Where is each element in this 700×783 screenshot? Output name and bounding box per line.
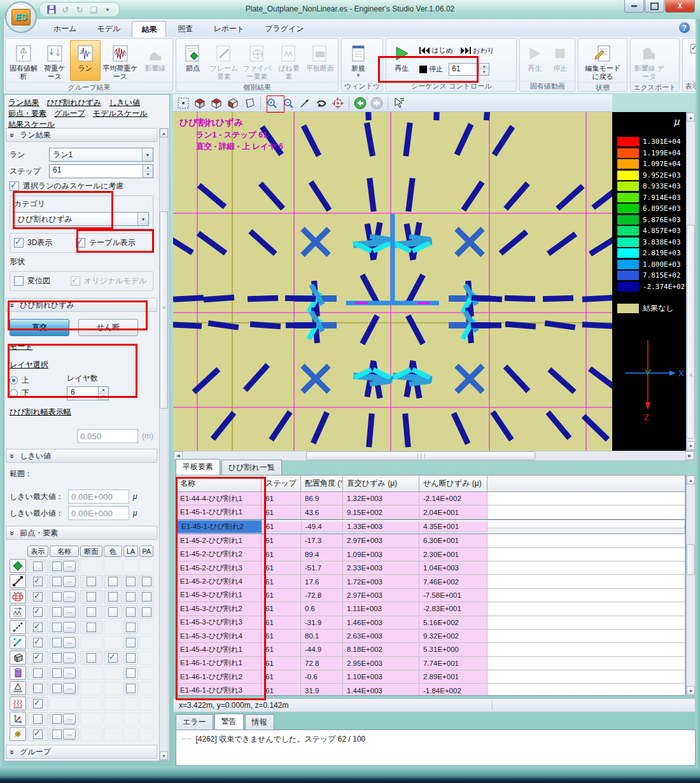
- undo-icon[interactable]: ↺: [60, 4, 71, 15]
- rotate-view-icon[interactable]: [314, 95, 329, 111]
- scroll-up-icon[interactable]: ▲: [160, 129, 168, 138]
- grid-checkbox[interactable]: [87, 623, 96, 632]
- panel-link-結果スケール[interactable]: 結果スケール: [8, 120, 55, 129]
- column-header-4[interactable]: せん断ひずみ (μ): [419, 476, 487, 492]
- panel-link-ラン結果[interactable]: ラン結果: [8, 98, 39, 107]
- grid-checkbox[interactable]: [52, 623, 62, 632]
- grid-cell[interactable]: [80, 575, 102, 588]
- grid-checkbox[interactable]: [108, 653, 118, 663]
- view-3d-checkbox[interactable]: [14, 238, 24, 248]
- table-row[interactable]: E1-45-3-ひび割れ2610.61.11E+003-2.83E+001: [176, 602, 685, 616]
- grid-checkbox[interactable]: [126, 653, 136, 663]
- no-slip-icon[interactable]: [10, 727, 26, 741]
- category-select[interactable]: ひび割れひずみ▼: [14, 212, 149, 226]
- grid-cell[interactable]: …: [50, 651, 80, 665]
- save-icon[interactable]: [46, 4, 57, 15]
- plate-cube-icon[interactable]: [10, 651, 26, 665]
- sequence-play-button[interactable]: 再生: [388, 40, 415, 80]
- grid-header-断面[interactable]: 断面: [80, 546, 102, 557]
- fit-view-icon[interactable]: [176, 95, 191, 111]
- grid-cell[interactable]: [123, 590, 139, 603]
- ellipsis-button[interactable]: …: [63, 637, 76, 648]
- panel-link-モデルスケール[interactable]: モデルスケール: [93, 109, 148, 118]
- grid-cell[interactable]: [123, 667, 139, 680]
- maximize-button[interactable]: [645, 0, 664, 13]
- scrollbar-thumb[interactable]: [687, 544, 695, 575]
- grid-cell[interactable]: …: [50, 712, 80, 726]
- ellipsis-button[interactable]: …: [63, 668, 76, 679]
- ortho-toggle-button[interactable]: 直交: [10, 319, 69, 336]
- node-result-button[interactable]: 節点: [178, 40, 207, 81]
- grid-header-LA[interactable]: LA: [123, 546, 139, 557]
- run-select[interactable]: ラン1▼: [49, 148, 153, 162]
- grid-checkbox[interactable]: [33, 623, 43, 632]
- grid-checkbox[interactable]: [142, 592, 151, 602]
- grid-checkbox[interactable]: [33, 730, 43, 739]
- minimize-button[interactable]: [624, 0, 644, 13]
- grid-cell[interactable]: [123, 651, 139, 665]
- grid-checkbox[interactable]: [52, 607, 62, 617]
- node-diamond-icon[interactable]: [10, 559, 26, 573]
- grid-checkbox[interactable]: [52, 592, 62, 602]
- grid-cell[interactable]: …: [50, 621, 80, 634]
- hatch-spring-icon[interactable]: [10, 696, 26, 710]
- column-header-2[interactable]: 配置角度 (°): [301, 476, 343, 492]
- axes-icon[interactable]: [10, 712, 26, 726]
- message-panel[interactable]: ┈┈[4262] 収束できませんでした。ステップ 62 / 100: [176, 730, 696, 766]
- new-window-button[interactable]: 新規 ▼: [344, 40, 373, 80]
- ellipsis-button[interactable]: …: [63, 652, 76, 663]
- menu-tab-レポート[interactable]: レポート: [204, 21, 253, 38]
- menu-tab-照査[interactable]: 照査: [169, 21, 202, 38]
- grid-cell[interactable]: …: [50, 728, 80, 741]
- grid-checkbox[interactable]: [126, 668, 136, 678]
- grid-checkbox[interactable]: [142, 577, 151, 586]
- grid-checkbox[interactable]: [87, 577, 96, 586]
- grid-cell[interactable]: [27, 590, 48, 603]
- grid-cell[interactable]: [80, 590, 102, 603]
- scroll-down-icon[interactable]: ▼: [687, 686, 695, 695]
- threshold-max-input[interactable]: [68, 490, 129, 504]
- table-row[interactable]: E1-45-2-ひび割れ161-17.32.97E+0036.30E+001: [176, 534, 685, 547]
- grid-cell[interactable]: …: [50, 667, 80, 680]
- grid-checkbox[interactable]: [126, 638, 136, 647]
- app-logo[interactable]: ES: [5, 1, 37, 33]
- table-row[interactable]: E1-45-2-ひび割れ361-51.72.33E+0031.04E+003: [176, 561, 685, 575]
- ellipsis-button[interactable]: …: [63, 561, 76, 572]
- grid-checkbox[interactable]: [33, 577, 43, 586]
- load-case-button[interactable]: 荷重ケース: [39, 40, 70, 81]
- node-arrow-icon[interactable]: [10, 635, 26, 649]
- ellipsis-button[interactable]: …: [63, 683, 76, 694]
- grid-cell[interactable]: [104, 590, 122, 603]
- tab-warning[interactable]: 警告: [214, 714, 244, 730]
- table-row[interactable]: E1-46-1-ひび割れ16172.82.95E+0037.74E+001: [176, 657, 685, 670]
- grid-checkbox[interactable]: [126, 623, 136, 632]
- grid-cell[interactable]: [123, 621, 139, 634]
- grid-cell[interactable]: [27, 697, 48, 710]
- grid-checkbox[interactable]: [52, 561, 62, 571]
- grid-checkbox[interactable]: [108, 607, 118, 617]
- panel-link-しきい値[interactable]: しきい値: [109, 98, 140, 107]
- layer-lower-radio[interactable]: [10, 389, 18, 397]
- avg-load-case-button[interactable]: 平均荷重ケース: [101, 40, 140, 81]
- section-group[interactable]: »グループ: [6, 745, 157, 759]
- grid-cell[interactable]: [27, 651, 48, 665]
- ellipsis-button[interactable]: …: [63, 591, 76, 602]
- grid-cell[interactable]: [104, 605, 122, 619]
- grid-cell[interactable]: …: [50, 636, 80, 649]
- section-run-results[interactable]: »ラン結果: [6, 128, 157, 142]
- step-spinner[interactable]: 61▲▼: [49, 164, 153, 178]
- scroll-down-icon[interactable]: ▼: [160, 751, 168, 760]
- wireframe-view-icon[interactable]: [242, 95, 257, 111]
- tab-plate-elements[interactable]: 平板要素: [176, 459, 220, 476]
- column-header-1[interactable]: ステップ: [262, 476, 301, 492]
- grid-checkbox[interactable]: [126, 607, 136, 617]
- grid-cell[interactable]: [104, 575, 122, 588]
- view-forward-icon[interactable]: [369, 95, 384, 111]
- grid-cell[interactable]: [27, 667, 48, 680]
- ellipsis-button[interactable]: …: [63, 576, 76, 587]
- grid-checkbox[interactable]: [33, 684, 43, 693]
- grid-cell[interactable]: …: [50, 682, 80, 695]
- column-header-0[interactable]: 名称: [176, 476, 262, 492]
- table-scrollbar[interactable]: ▲ ▼: [686, 475, 696, 696]
- layer-count-spinner[interactable]: 6▲▼: [67, 386, 109, 400]
